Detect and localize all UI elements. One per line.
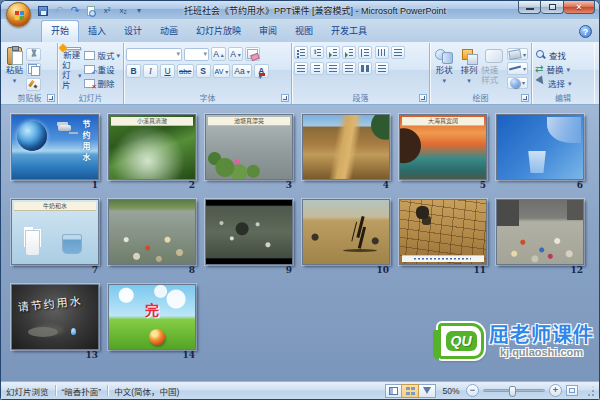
slide-thumbnail-9[interactable]: 9 — [205, 199, 293, 278]
maximize-button[interactable] — [541, 1, 564, 14]
copy-button[interactable] — [26, 63, 41, 76]
justify-button[interactable] — [342, 62, 356, 75]
quick-styles-button[interactable]: 快速样式 — [481, 46, 506, 91]
line-spacing-button[interactable] — [358, 46, 372, 59]
font-dialog-launcher[interactable] — [281, 94, 289, 102]
quick-styles-icon — [485, 49, 503, 63]
cut-button[interactable] — [26, 48, 41, 61]
find-button[interactable]: 查找 — [535, 48, 572, 61]
slide-sorter-view-button[interactable] — [402, 384, 419, 398]
tab-developer[interactable]: 开发工具 — [322, 20, 376, 42]
zoom-out-button[interactable]: − — [466, 384, 479, 397]
change-case-button[interactable]: Aa — [232, 64, 251, 78]
slide-thumbnail-2[interactable]: 小溪真清澈2 — [108, 114, 196, 193]
help-button[interactable]: ? — [579, 25, 592, 38]
new-slide-button[interactable]: 新建 幻灯片 — [60, 46, 83, 91]
minimize-button[interactable] — [518, 1, 541, 14]
undo-button[interactable] — [53, 5, 65, 17]
delete-button[interactable]: 删除 — [84, 77, 120, 89]
layout-dropdown — [116, 50, 120, 60]
tab-design[interactable]: 设计 — [115, 20, 151, 42]
tab-view[interactable]: 视图 — [286, 20, 322, 42]
bullets-button[interactable] — [294, 46, 308, 59]
reset-button[interactable]: 重设 — [84, 63, 120, 75]
slide-thumbnail-4[interactable]: 4 — [302, 114, 390, 193]
office-button[interactable] — [6, 2, 31, 27]
tab-animations[interactable]: 动画 — [151, 20, 187, 42]
grow-font-button[interactable]: A — [211, 47, 226, 61]
slideshow-view-button[interactable] — [419, 384, 436, 398]
bold-button[interactable]: B — [126, 64, 141, 78]
align-left-button[interactable] — [294, 62, 308, 75]
tab-insert[interactable]: 插入 — [79, 20, 115, 42]
tab-review[interactable]: 审阅 — [250, 20, 286, 42]
drawing-dialog-launcher[interactable] — [521, 94, 529, 102]
clear-formatting-button[interactable] — [245, 47, 260, 61]
slide-thumbnail-14[interactable]: 完14 — [108, 284, 196, 363]
underline-button[interactable]: U — [160, 64, 175, 78]
shape-outline-button[interactable] — [507, 62, 528, 74]
font-size-combobox[interactable] — [184, 48, 209, 61]
zoom-slider[interactable] — [483, 389, 545, 392]
slide-thumbnail-10[interactable]: 10 — [302, 199, 390, 278]
slide-thumbnail-5[interactable]: 大海真宽阔5 — [399, 114, 487, 193]
paragraph-group: 段落 — [292, 43, 430, 104]
close-button[interactable]: × — [564, 1, 595, 14]
slide-thumbnail-8[interactable]: 8 — [108, 199, 196, 278]
columns-button[interactable] — [358, 62, 372, 75]
font-name-combobox[interactable] — [126, 48, 182, 61]
save-button[interactable] — [37, 5, 49, 17]
slide-thumbnail-7[interactable]: 牛奶和水7 — [11, 199, 99, 278]
redo-button[interactable] — [69, 5, 81, 17]
strikethrough-button[interactable]: abe — [177, 64, 194, 78]
clipboard-dialog-launcher[interactable] — [47, 94, 55, 102]
slide-thumbnail-13[interactable]: 请节约用水13 — [11, 284, 99, 363]
increase-indent-button[interactable] — [342, 46, 356, 59]
shape-fill-button[interactable] — [507, 48, 528, 60]
font-color-button[interactable]: A — [254, 64, 269, 78]
convert-smartart-button[interactable] — [375, 62, 389, 75]
theme-name-status[interactable]: “暗香扑面” — [62, 385, 102, 397]
select-button[interactable]: 选择 — [535, 76, 572, 89]
superscript-button[interactable]: x² — [101, 5, 113, 17]
slide-sorter-canvas[interactable]: 节约用水1小溪真清澈2池塘真漂亮34大海真宽阔56牛奶和水789101112请节… — [1, 105, 599, 381]
format-painter-button[interactable] — [26, 78, 41, 91]
new-slide-dropdown[interactable] — [78, 70, 82, 81]
slide-thumbnail-12[interactable]: 12 — [496, 199, 584, 278]
replace-button[interactable]: 替换 — [535, 62, 572, 75]
slide-thumbnail-3[interactable]: 池塘真漂亮3 — [205, 114, 293, 193]
slide-sorter-view-icon — [406, 387, 415, 395]
align-center-button[interactable] — [310, 62, 324, 75]
decrease-indent-button[interactable] — [326, 46, 340, 59]
shapes-button[interactable]: 形状 — [432, 46, 457, 91]
slide-thumbnail-6[interactable]: 6 — [496, 114, 584, 193]
resize-grip[interactable] — [584, 386, 594, 396]
italic-button[interactable]: I — [143, 64, 158, 78]
language-status[interactable]: 中文(简体，中国) — [114, 385, 179, 397]
editing-group-label: 编辑 — [532, 92, 594, 103]
zoom-in-button[interactable]: + — [549, 384, 562, 397]
arrange-button[interactable]: 排列 — [457, 46, 482, 91]
shrink-font-button[interactable]: A — [228, 47, 243, 61]
paste-button[interactable]: 粘贴 — [4, 46, 25, 91]
zoom-level[interactable]: 50% — [440, 386, 462, 396]
shape-effects-button[interactable] — [507, 77, 528, 89]
normal-view-button[interactable] — [385, 384, 402, 398]
text-shadow-button[interactable]: S — [196, 64, 211, 78]
tab-slideshow[interactable]: 幻灯片放映 — [187, 20, 250, 42]
align-text-button[interactable] — [391, 46, 405, 59]
zoom-slider-thumb[interactable] — [509, 386, 516, 397]
paragraph-dialog-launcher[interactable] — [419, 94, 427, 102]
paste-dropdown[interactable] — [13, 75, 17, 86]
character-spacing-button[interactable]: AV — [213, 64, 231, 78]
text-direction-button[interactable] — [375, 46, 389, 59]
slide-thumbnail-1[interactable]: 节约用水1 — [11, 114, 99, 193]
print-preview-button[interactable] — [85, 5, 97, 17]
align-right-button[interactable] — [326, 62, 340, 75]
tab-home[interactable]: 开始 — [41, 20, 79, 42]
numbering-button[interactable] — [310, 46, 324, 59]
slide-thumbnail-11[interactable]: 11 — [399, 199, 487, 278]
shape-effects-icon — [510, 78, 520, 88]
fit-to-window-button[interactable] — [566, 385, 578, 396]
layout-button[interactable]: 版式 — [84, 49, 120, 61]
